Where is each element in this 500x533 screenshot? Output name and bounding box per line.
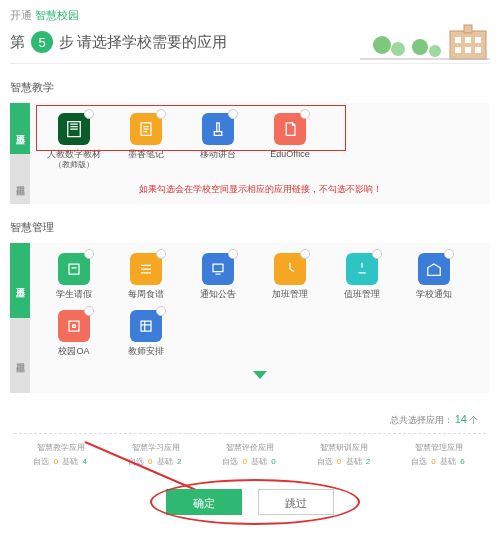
svg-rect-2 — [465, 37, 471, 43]
svg-point-11 — [429, 45, 441, 57]
checkbox-icon[interactable] — [156, 306, 166, 316]
app-label: 人教数字教材（教师版） — [40, 149, 108, 169]
sidebar-tab-optional[interactable]: 可选应用 — [10, 103, 30, 154]
svg-rect-1 — [455, 37, 461, 43]
app-label: 移动讲台 — [184, 149, 252, 160]
action-buttons: 确定 跳过 — [10, 475, 490, 529]
app-icon — [202, 253, 234, 285]
stat-title: 智慧研训应用 — [297, 442, 391, 453]
svg-rect-5 — [465, 47, 471, 53]
banner-illustration — [360, 23, 490, 63]
app-cell[interactable]: 学生请假 — [38, 251, 110, 308]
step-number-badge: 5 — [31, 31, 53, 53]
checkbox-icon[interactable] — [84, 249, 94, 259]
app-icon — [418, 253, 450, 285]
section-teaching: 智慧教学 可选应用 基础应用 人教数字教材（教师版）墨香笔记移动讲台EduOff… — [10, 80, 490, 204]
app-cell[interactable]: 墨香笔记 — [110, 111, 182, 177]
app-icon — [130, 253, 162, 285]
checkbox-icon[interactable] — [156, 109, 166, 119]
stat-values: 自选 0 基础 0 — [203, 456, 297, 467]
app-icon — [130, 310, 162, 342]
app-label: EduOffice — [256, 149, 324, 160]
stats-panel: 总共选择应用：14个 智慧教学应用自选 0 基础 4智慧学习应用自选 0 基础 … — [10, 407, 490, 475]
svg-rect-3 — [475, 37, 481, 43]
stat-column: 智慧管理应用自选 0 基础 6 — [392, 442, 486, 467]
app-label: 加班管理 — [256, 289, 324, 300]
app-cell[interactable]: 每周食谱 — [110, 251, 182, 308]
stat-title: 智慧学习应用 — [108, 442, 202, 453]
sidebar-tabs: 可选应用 基础应用 — [10, 103, 30, 204]
app-cell[interactable]: 人教数字教材（教师版） — [38, 111, 110, 177]
app-cell[interactable]: EduOffice — [254, 111, 326, 177]
checkbox-icon[interactable] — [372, 249, 382, 259]
app-icon — [130, 113, 162, 145]
app-label: 学生请假 — [40, 289, 108, 300]
app-icon — [202, 113, 234, 145]
expand-toggle-icon[interactable] — [253, 371, 267, 379]
app-label: 墨香笔记 — [112, 149, 180, 160]
app-icon — [58, 113, 90, 145]
app-cell[interactable]: 学校通知 — [398, 251, 470, 308]
svg-rect-7 — [464, 25, 472, 33]
app-icon — [346, 253, 378, 285]
stat-column: 智慧教学应用自选 0 基础 4 — [14, 442, 108, 467]
section-management: 智慧管理 可选应用 基础应用 学生请假每周食谱通知公告加班管理值班管理学校通知校… — [10, 220, 490, 393]
checkbox-icon[interactable] — [300, 249, 310, 259]
app-icon — [274, 113, 306, 145]
sidebar-tab-basic[interactable]: 基础应用 — [10, 318, 30, 393]
checkbox-icon[interactable] — [84, 109, 94, 119]
app-cell[interactable]: 移动讲台 — [182, 111, 254, 177]
sidebar-tab-basic[interactable]: 基础应用 — [10, 154, 30, 205]
app-cell[interactable]: 教师安排 — [110, 308, 182, 365]
warning-note: 如果勾选会在学校空间显示相应的应用链接，不勾选不影响！ — [38, 183, 482, 196]
app-label: 值班管理 — [328, 289, 396, 300]
svg-rect-4 — [455, 47, 461, 53]
step-title: 请选择学校需要的应用 — [77, 33, 227, 50]
section-title: 智慧教学 — [10, 80, 490, 95]
stat-column: 智慧研训应用自选 0 基础 2 — [297, 442, 391, 467]
step-header: 第 5 步 请选择学校需要的应用 — [10, 25, 490, 64]
checkbox-icon[interactable] — [228, 249, 238, 259]
stat-title: 智慧管理应用 — [392, 442, 486, 453]
stat-values: 自选 0 基础 2 — [108, 456, 202, 467]
checkbox-icon[interactable] — [84, 306, 94, 316]
stat-column: 智慧学习应用自选 0 基础 2 — [108, 442, 202, 467]
section-title: 智慧管理 — [10, 220, 490, 235]
svg-point-9 — [391, 42, 405, 56]
sidebar-tab-optional[interactable]: 可选应用 — [10, 243, 30, 318]
stat-values: 自选 0 基础 2 — [297, 456, 391, 467]
confirm-button[interactable]: 确定 — [166, 489, 242, 515]
stat-values: 自选 0 基础 4 — [14, 456, 108, 467]
skip-button[interactable]: 跳过 — [258, 489, 334, 515]
app-label: 学校通知 — [400, 289, 468, 300]
app-cell[interactable]: 校园OA — [38, 308, 110, 365]
checkbox-icon[interactable] — [300, 109, 310, 119]
app-label: 通知公告 — [184, 289, 252, 300]
app-label: 校园OA — [40, 346, 108, 357]
app-label: 教师安排 — [112, 346, 180, 357]
app-cell[interactable]: 值班管理 — [326, 251, 398, 308]
checkbox-icon[interactable] — [444, 249, 454, 259]
app-icon — [58, 253, 90, 285]
svg-rect-0 — [450, 31, 486, 59]
checkbox-icon[interactable] — [156, 249, 166, 259]
stat-title: 智慧教学应用 — [14, 442, 108, 453]
app-icon — [58, 310, 90, 342]
app-cell[interactable]: 通知公告 — [182, 251, 254, 308]
stat-values: 自选 0 基础 6 — [392, 456, 486, 467]
app-icon — [274, 253, 306, 285]
checkbox-icon[interactable] — [228, 109, 238, 119]
stats-total: 总共选择应用：14个 — [14, 407, 486, 434]
stat-column: 智慧评价应用自选 0 基础 0 — [203, 442, 297, 467]
svg-rect-6 — [475, 47, 481, 53]
sidebar-tabs: 可选应用 基础应用 — [10, 243, 30, 393]
app-label: 每周食谱 — [112, 289, 180, 300]
stat-title: 智慧评价应用 — [203, 442, 297, 453]
svg-point-10 — [412, 39, 428, 55]
svg-point-8 — [373, 36, 391, 54]
app-cell[interactable]: 加班管理 — [254, 251, 326, 308]
